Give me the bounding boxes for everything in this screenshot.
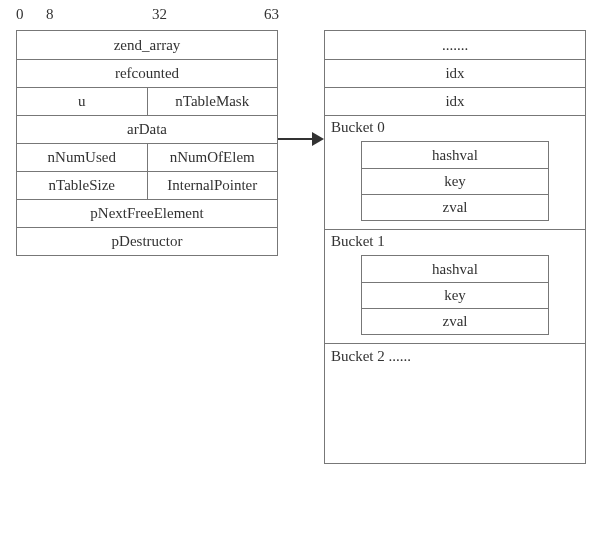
struct-nnumofelem: nNumOfElem (147, 144, 278, 171)
bucket-1-body: hashval key zval (325, 251, 585, 343)
memory-column: ....... idx idx Bucket 0 hashval key zva… (324, 30, 586, 464)
bucket-0-zval: zval (362, 194, 548, 220)
struct-u: u (17, 88, 147, 115)
bit-tick-8: 8 (46, 6, 54, 23)
struct-row-used-elem: nNumUsed nNumOfElem (17, 143, 277, 171)
mem-idx-2: idx (325, 87, 585, 115)
diagram-canvas: 0 8 32 63 zend_array refcounted u nTable… (0, 0, 600, 543)
bucket-0-fields: hashval key zval (361, 141, 549, 221)
arrow-line (278, 138, 314, 140)
bit-tick-32: 32 (152, 6, 167, 23)
struct-nnumused: nNumUsed (17, 144, 147, 171)
zend-array-struct: zend_array refcounted u nTableMask arDat… (16, 30, 278, 256)
bucket-0-label: Bucket 0 (325, 115, 585, 137)
bucket-0-hashval: hashval (362, 142, 548, 168)
bucket-1-label: Bucket 1 (325, 229, 585, 251)
bucket-1-fields: hashval key zval (361, 255, 549, 335)
struct-ntablesize: nTableSize (17, 172, 147, 199)
struct-row-ardata: arData (17, 115, 277, 143)
ardata-arrow (278, 132, 324, 146)
arrow-head-icon (312, 132, 324, 146)
struct-internalpointer: InternalPointer (147, 172, 278, 199)
bucket-0-body: hashval key zval (325, 137, 585, 229)
bit-tick-0: 0 (16, 6, 24, 23)
bit-tick-63: 63 (264, 6, 279, 23)
struct-ntablemask: nTableMask (147, 88, 278, 115)
bucket-1-hashval: hashval (362, 256, 548, 282)
struct-row-u-mask: u nTableMask (17, 87, 277, 115)
bucket-1-zval: zval (362, 308, 548, 334)
struct-row-name: zend_array (17, 31, 277, 59)
struct-pnextfreeelement: pNextFreeElement (17, 200, 277, 227)
struct-row-nextfree: pNextFreeElement (17, 199, 277, 227)
struct-name: zend_array (17, 31, 277, 59)
bucket-1-key: key (362, 282, 548, 308)
struct-refcounted: refcounted (17, 60, 277, 87)
bit-scale: 0 8 32 63 (16, 6, 276, 26)
struct-row-pdestructor: pDestructor (17, 227, 277, 255)
struct-pdestructor: pDestructor (17, 228, 277, 255)
struct-row-refcounted: refcounted (17, 59, 277, 87)
bucket-2-label: Bucket 2 ...... (325, 343, 585, 463)
bucket-0-key: key (362, 168, 548, 194)
struct-row-size-ip: nTableSize InternalPointer (17, 171, 277, 199)
mem-pre-ellipsis: ....... (325, 31, 585, 59)
mem-idx-1: idx (325, 59, 585, 87)
struct-ardata: arData (17, 116, 277, 143)
